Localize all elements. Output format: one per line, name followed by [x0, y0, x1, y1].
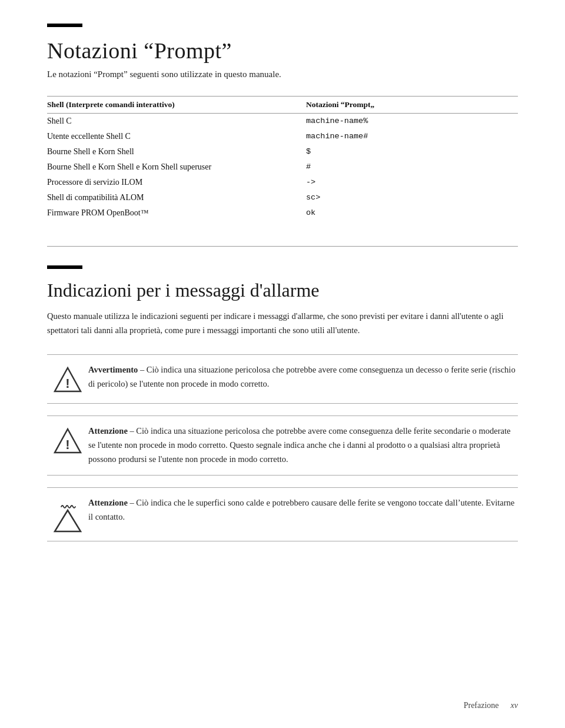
svg-text:!: ! [65, 376, 69, 391]
page-footer: Prefazione xv [464, 701, 518, 710]
table-row: Processore di servizio ILOM-> [47, 175, 518, 190]
table-cell-shell: Bourne Shell e Korn Shell [47, 144, 306, 159]
section-divider [47, 265, 82, 269]
table-row: Bourne Shell e Korn Shell$ [47, 144, 518, 159]
table-cell-prompt: $ [306, 144, 518, 159]
table-row: Shell Cmachine-name% [47, 114, 518, 129]
table-cell-prompt: ok [306, 205, 518, 222]
table-cell-shell: Bourne Shell e Korn Shell e Korn Shell s… [47, 159, 306, 175]
table-row: Firmware PROM OpenBoot™ok [47, 205, 518, 222]
top-accent-bar [47, 24, 82, 27]
notice-content-attenzione: Attenzione – Ciò indica una situazione p… [88, 424, 518, 467]
table-row: Bourne Shell e Korn Shell e Korn Shell s… [47, 159, 518, 175]
prompt-table: Shell (Interprete comandi interattivo) N… [47, 96, 518, 222]
table-cell-prompt: # [306, 159, 518, 175]
section2-heading: Indicazioni per i messaggi d'allarme [47, 280, 518, 301]
table-col1-header: Shell (Interprete comandi interattivo) [47, 97, 306, 114]
table-cell-shell: Shell di compatibilità ALOM [47, 190, 306, 205]
svg-text:!: ! [65, 437, 69, 452]
notice-bold-label: Attenzione [88, 426, 128, 436]
table-cell-shell: Processore di servizio ILOM [47, 175, 306, 190]
notice-bold-label: Avvertimento [88, 365, 138, 374]
table-cell-prompt: machine-name# [306, 129, 518, 144]
notice-row-attenzione-caldo: Attenzione – Ciò indica che le superfici… [47, 487, 518, 541]
table-col2-header: Notazioni “Prompt„ [306, 97, 518, 114]
footer-page: xv [511, 701, 518, 710]
section2-intro: Questo manuale utilizza le indicazioni s… [47, 310, 518, 338]
table-cell-shell: Firmware PROM OpenBoot™ [47, 205, 306, 222]
footer-label: Prefazione [464, 701, 499, 710]
table-row: Shell di compatibilità ALOMsc> [47, 190, 518, 205]
table-cell-prompt: sc> [306, 190, 518, 205]
warning-exclamation-icon: ! [47, 363, 88, 395]
notice-row-attenzione: ! Attenzione – Ciò indica una situazione… [47, 415, 518, 476]
svg-marker-4 [55, 510, 81, 531]
subtitle-text: Le notazioni “Prompt” seguenti sono util… [47, 69, 518, 79]
table-cell-shell: Shell C [47, 114, 306, 129]
table-row: Utente eccellente Shell Cmachine-name# [47, 129, 518, 144]
warning-exclamation-icon: ! [47, 424, 88, 456]
hot-surface-icon [47, 496, 88, 533]
table-cell-prompt: machine-name% [306, 114, 518, 129]
notice-content-attenzione-caldo: Attenzione – Ciò indica che le superfici… [88, 496, 518, 524]
table-cell-shell: Utente eccellente Shell C [47, 129, 306, 144]
table-cell-prompt: -> [306, 175, 518, 190]
notice-content-avvertimento: Avvertimento – Ciò indica una situazione… [88, 363, 518, 391]
notice-row-avvertimento: ! Avvertimento – Ciò indica una situazio… [47, 354, 518, 404]
notice-bold-label: Attenzione [88, 498, 128, 507]
main-heading: Notazioni “Prompt” [47, 38, 518, 64]
